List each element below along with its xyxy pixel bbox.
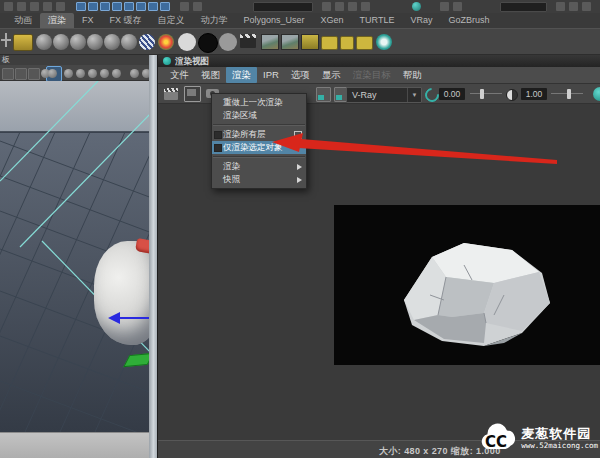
render-settings-icon[interactable]: [361, 2, 370, 11]
material-sphere-icon[interactable]: [36, 34, 52, 50]
checkbox-icon[interactable]: [214, 144, 222, 152]
vray-status-icon[interactable]: [412, 2, 421, 11]
snap-grid-icon[interactable]: [76, 2, 86, 11]
exposure-field[interactable]: 0.00: [439, 88, 465, 100]
viewport-panel-icon[interactable]: [15, 68, 27, 80]
lighting-icon[interactable]: [76, 69, 85, 78]
shelf-tab-xgen[interactable]: XGen: [313, 13, 352, 28]
construction-icon[interactable]: [193, 2, 202, 11]
shelf-tab-fx[interactable]: FX: [74, 13, 102, 28]
shadows-icon[interactable]: [88, 69, 97, 78]
rendered-image[interactable]: [334, 205, 600, 365]
input-connections-icon[interactable]: [160, 2, 170, 11]
shelf-tab-fx-cache[interactable]: FX 缓存: [102, 13, 150, 28]
history-icon[interactable]: [180, 2, 189, 11]
isolate-select-icon[interactable]: [130, 69, 139, 78]
shelf-tab-polygons-user[interactable]: Polygons_User: [236, 13, 313, 28]
snap-surface-icon[interactable]: [124, 2, 134, 11]
menu-item-render-submenu[interactable]: 渲染: [212, 160, 306, 173]
ipr-render-icon[interactable]: [348, 2, 357, 11]
menu-item-render-region[interactable]: 渲染区域: [212, 109, 306, 122]
clapperboard-icon[interactable]: [240, 34, 256, 48]
viewport-canvas[interactable]: [0, 81, 157, 432]
menu-view[interactable]: 视图: [195, 67, 226, 83]
menu-file[interactable]: 文件: [164, 67, 195, 83]
viewport-layout-icon[interactable]: [2, 68, 14, 80]
screen-ao-icon[interactable]: [100, 69, 109, 78]
render-current-icon[interactable]: [335, 2, 344, 11]
scene-save-icon[interactable]: [43, 2, 52, 11]
white-light-icon[interactable]: [178, 33, 196, 51]
sampler-info-icon[interactable]: [158, 34, 174, 50]
menu-display[interactable]: 显示: [316, 67, 347, 83]
contrast-field[interactable]: 1.00: [521, 88, 547, 100]
menu-item-redo-previous-render[interactable]: 重做上一次渲染: [212, 96, 306, 109]
motion-blur-icon[interactable]: [112, 69, 121, 78]
viewport-text-icon[interactable]: [28, 68, 40, 80]
perspective-viewport[interactable]: 板: [0, 55, 157, 458]
texture-file-icon[interactable]: [261, 34, 279, 50]
menu-render[interactable]: 渲染: [226, 67, 257, 83]
menu-item-render-all-layers[interactable]: 渲染所有层: [212, 128, 306, 141]
material-sphere-icon[interactable]: [87, 34, 103, 50]
shaded-icon[interactable]: [48, 69, 57, 78]
shelf-tab-turtle[interactable]: TURTLE: [352, 13, 403, 28]
option-box-icon[interactable]: [294, 131, 302, 139]
time-slider-strip[interactable]: [0, 432, 157, 458]
rock-mesh-viewport[interactable]: [94, 241, 157, 345]
textured-icon[interactable]: [64, 69, 73, 78]
quick-select-field[interactable]: [500, 2, 547, 12]
shelf-tab-vray[interactable]: VRay: [402, 13, 440, 28]
shelf-tab-animation[interactable]: 动画: [6, 13, 40, 28]
menu-item-snapshot-submenu[interactable]: 快照: [212, 173, 306, 186]
selection-mode-icon[interactable]: [136, 2, 146, 11]
shelf-tab-dynamics[interactable]: 动力学: [193, 13, 236, 28]
channel-box-toggle-icon[interactable]: [582, 2, 591, 11]
sculpt-icon[interactable]: [453, 2, 462, 11]
snap-curve-icon[interactable]: [88, 2, 98, 11]
material-sphere-icon[interactable]: [104, 34, 120, 50]
material-sphere-icon[interactable]: [121, 34, 137, 50]
scene-open-icon[interactable]: [30, 2, 39, 11]
pin-icon[interactable]: [1, 33, 11, 49]
shelf-tab-rendering[interactable]: 渲染: [40, 13, 74, 28]
viewport-panel-menu[interactable]: 板: [0, 55, 157, 65]
shelf-tab-gozbrush[interactable]: GoZBrush: [440, 13, 497, 28]
snap-point-icon[interactable]: [100, 2, 110, 11]
menu-item-render-selected-only[interactable]: 仅渲染选定对象: [212, 141, 306, 154]
redo-render-icon[interactable]: [164, 88, 178, 100]
menu-options[interactable]: 选项: [285, 67, 316, 83]
render-target-icon[interactable]: [376, 34, 392, 50]
gray-light-icon[interactable]: [219, 33, 237, 51]
color-management-icon[interactable]: [593, 87, 600, 101]
paint-effects-icon[interactable]: [440, 2, 449, 11]
sidebar-toggle-icon[interactable]: [556, 2, 565, 11]
light-unlink-icon[interactable]: [356, 36, 373, 50]
keep-image-icon[interactable]: [316, 87, 331, 102]
contrast-icon[interactable]: [506, 89, 518, 101]
menu-grip-icon[interactable]: [4, 2, 13, 11]
undo-icon[interactable]: [56, 2, 65, 11]
texture-place2d-icon[interactable]: [281, 34, 299, 50]
light-create-icon[interactable]: [321, 36, 338, 50]
light-link-icon[interactable]: [340, 36, 354, 50]
render-open-icon[interactable]: [322, 2, 331, 11]
texture-checker-icon[interactable]: [301, 34, 319, 50]
render-region-icon[interactable]: [184, 86, 201, 102]
ramp-shader-icon[interactable]: [139, 34, 155, 50]
exposure-slider-track[interactable]: [470, 93, 502, 94]
panel-divider-scrollbar[interactable]: [149, 55, 157, 458]
attribute-editor-toggle-icon[interactable]: [569, 2, 578, 11]
snap-plane-icon[interactable]: [112, 2, 122, 11]
render-layers-icon[interactable]: [13, 34, 33, 51]
menu-help[interactable]: 帮助: [397, 67, 428, 83]
symmetry-icon[interactable]: [148, 2, 158, 11]
selection-mask-field[interactable]: [253, 2, 313, 12]
renderer-dropdown[interactable]: V-Ray ▼: [346, 87, 422, 103]
checkbox-icon[interactable]: [214, 131, 222, 139]
scene-new-icon[interactable]: [17, 2, 26, 11]
black-hole-icon[interactable]: [198, 33, 218, 53]
menu-ipr[interactable]: IPR: [257, 67, 285, 83]
render-view-titlebar[interactable]: 渲染视图: [158, 55, 600, 67]
material-sphere-icon[interactable]: [70, 34, 86, 50]
